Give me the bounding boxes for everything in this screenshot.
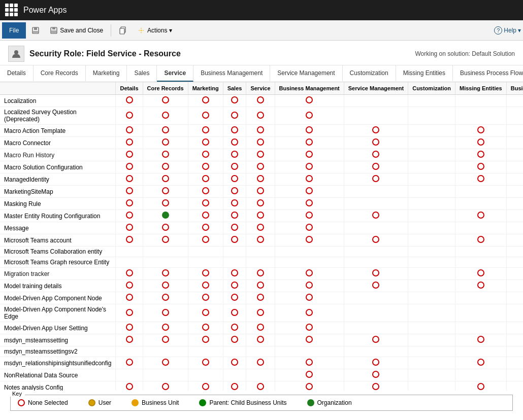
permission-cell[interactable] [344,222,408,234]
permission-cell[interactable] [246,304,275,322]
permission-cell[interactable] [188,357,223,369]
permission-cell[interactable] [246,173,275,186]
permission-cell[interactable] [143,322,188,334]
permission-cell[interactable] [116,247,143,257]
permission-cell[interactable] [506,257,523,268]
permission-cell[interactable] [408,334,455,346]
permission-cell[interactable] [188,257,223,268]
permission-cell[interactable] [506,322,523,334]
permission-cell[interactable] [143,280,188,292]
permission-cell[interactable] [455,334,506,346]
permission-cell[interactable] [143,222,188,234]
permission-cell[interactable] [246,210,275,222]
permission-cell[interactable] [188,322,223,334]
permission-cell[interactable] [116,346,143,357]
permission-cell[interactable] [188,334,223,346]
permission-cell[interactable] [344,95,408,107]
permission-cell[interactable] [188,210,223,222]
tab-core_records[interactable]: Core Records [34,65,86,82]
permission-cell[interactable] [246,198,275,210]
permission-cell[interactable] [344,107,408,125]
permission-cell[interactable] [275,268,344,280]
permission-cell[interactable] [506,107,523,125]
permission-cell[interactable] [246,381,275,391]
permission-cell[interactable] [344,161,408,173]
permission-cell[interactable] [455,247,506,257]
permission-cell[interactable] [506,125,523,137]
permission-cell[interactable] [408,198,455,210]
permission-cell[interactable] [223,280,246,292]
permission-cell[interactable] [246,222,275,234]
permission-cell[interactable] [506,222,523,234]
permission-cell[interactable] [246,95,275,107]
permission-cell[interactable] [344,381,408,391]
permission-cell[interactable] [275,137,344,149]
permission-cell[interactable] [246,268,275,280]
permission-cell[interactable] [275,369,344,381]
permission-cell[interactable] [143,95,188,107]
permission-cell[interactable] [188,149,223,161]
permission-cell[interactable] [344,268,408,280]
permission-cell[interactable] [408,125,455,137]
permission-cell[interactable] [275,186,344,198]
permission-cell[interactable] [246,186,275,198]
permission-cell[interactable] [246,357,275,369]
permission-cell[interactable] [275,357,344,369]
tab-missing_entities[interactable]: Missing Entities [396,65,453,82]
permission-cell[interactable] [275,304,344,322]
permission-cell[interactable] [143,234,188,247]
permission-cell[interactable] [408,268,455,280]
permission-cell[interactable] [455,173,506,186]
permission-cell[interactable] [455,222,506,234]
permission-cell[interactable] [116,257,143,268]
permission-cell[interactable] [455,357,506,369]
permission-cell[interactable] [223,292,246,304]
permission-cell[interactable] [344,186,408,198]
permission-cell[interactable] [455,161,506,173]
permission-cell[interactable] [344,304,408,322]
permission-cell[interactable] [506,173,523,186]
permission-cell[interactable] [116,173,143,186]
permission-cell[interactable] [506,268,523,280]
permission-cell[interactable] [408,149,455,161]
actions-button[interactable]: Actions ▾ [133,22,177,39]
permission-cell[interactable] [188,198,223,210]
permission-cell[interactable] [223,149,246,161]
permission-cell[interactable] [246,149,275,161]
permission-cell[interactable] [116,280,143,292]
permission-cell[interactable] [344,149,408,161]
permission-cell[interactable] [223,357,246,369]
permission-cell[interactable] [246,280,275,292]
permission-cell[interactable] [223,222,246,234]
permission-cell[interactable] [408,381,455,391]
permission-cell[interactable] [455,234,506,247]
permission-cell[interactable] [506,198,523,210]
permission-cell[interactable] [143,137,188,149]
permission-cell[interactable] [188,346,223,357]
permission-cell[interactable] [223,268,246,280]
permission-cell[interactable] [223,369,246,381]
permission-cell[interactable] [408,357,455,369]
permission-cell[interactable] [143,247,188,257]
permission-cell[interactable] [506,292,523,304]
save-close-button[interactable]: Save and Close [45,22,108,39]
permission-cell[interactable] [223,247,246,257]
permission-cell[interactable] [344,257,408,268]
permission-cell[interactable] [455,292,506,304]
permission-cell[interactable] [506,247,523,257]
permission-cell[interactable] [344,292,408,304]
save-icon-button[interactable] [27,22,44,39]
permission-cell[interactable] [116,268,143,280]
permission-cell[interactable] [408,346,455,357]
permission-cell[interactable] [506,280,523,292]
permission-cell[interactable] [408,280,455,292]
permission-cell[interactable] [344,322,408,334]
permission-cell[interactable] [455,369,506,381]
permission-cell[interactable] [116,222,143,234]
permission-cell[interactable] [116,137,143,149]
permission-cell[interactable] [275,198,344,210]
permission-cell[interactable] [344,346,408,357]
permission-cell[interactable] [344,369,408,381]
permission-cell[interactable] [408,247,455,257]
permission-cell[interactable] [455,322,506,334]
